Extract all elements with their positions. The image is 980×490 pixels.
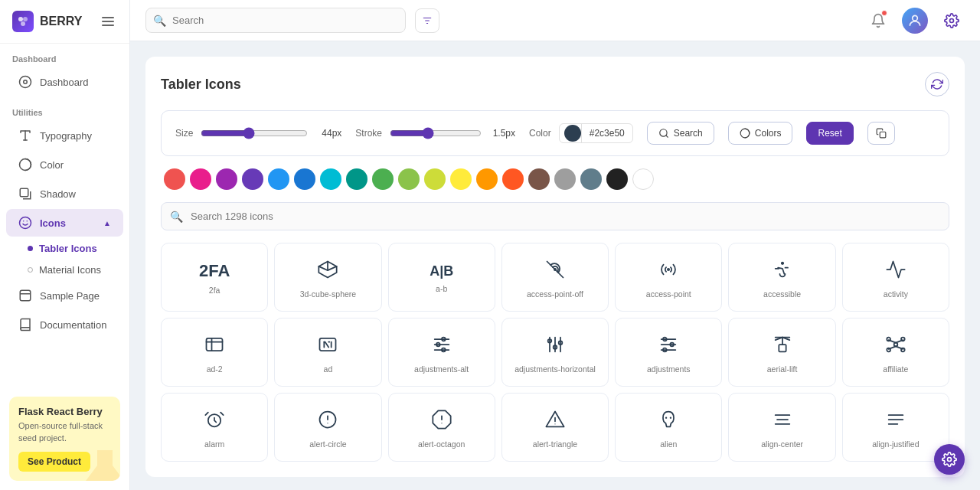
color-swatch-black[interactable] — [606, 168, 628, 190]
color-swatch-yellow[interactable] — [450, 168, 472, 190]
colors-button[interactable]: Colors — [728, 122, 793, 145]
color-swatch-cyan[interactable] — [320, 168, 341, 190]
icon-card-alert-circle[interactable]: alert-circle — [274, 393, 381, 462]
sidebar-subitem-tabler-icons[interactable]: Tabler Icons — [18, 238, 123, 259]
icon-card-adjustments-h[interactable]: adjustments-horizontal — [501, 318, 609, 387]
sidebar-item-sample-page[interactable]: Sample Page — [6, 282, 123, 309]
sidebar-item-color[interactable]: Color — [6, 151, 123, 178]
color-label: Color — [529, 128, 551, 139]
size-control: Size 44px — [175, 127, 341, 139]
color-swatch-green[interactable] — [372, 168, 394, 190]
color-swatch-grey[interactable] — [554, 168, 576, 190]
icon-2fa: 2FA — [199, 263, 230, 279]
svg-rect-12 — [20, 290, 31, 301]
svg-rect-44 — [779, 345, 786, 351]
color-swatch-purple[interactable] — [242, 168, 263, 190]
see-product-button[interactable]: See Product — [18, 452, 90, 472]
stroke-control: Stroke 1.5px — [355, 127, 515, 139]
icon-card-adjustments-alt[interactable]: adjustments-alt — [388, 318, 495, 387]
icon-card-aerial-lift[interactable]: aerial-lift — [728, 318, 835, 387]
tabler-icons-dot — [28, 246, 33, 251]
shadow-icon — [18, 187, 32, 201]
icon-label-access-point-off: access-point-off — [527, 289, 583, 299]
color-input-wrap: #2c3e50 — [559, 123, 633, 143]
reset-button[interactable]: Reset — [806, 122, 853, 145]
icon-ad-2 — [204, 334, 225, 358]
panel-refresh-button[interactable] — [925, 72, 949, 96]
color-preview-dot[interactable] — [564, 125, 581, 142]
icon-card-access-point[interactable]: access-point — [615, 243, 722, 312]
icon-align-justified — [885, 409, 906, 433]
copy-button[interactable] — [867, 122, 895, 145]
search-input[interactable] — [145, 8, 406, 33]
color-hex-value[interactable]: #2c3e50 — [581, 124, 632, 142]
icon-affiliate — [885, 334, 906, 358]
svg-line-19 — [665, 136, 668, 138]
sidebar-item-dashboard[interactable]: Dashboard — [6, 68, 123, 96]
icon-card-activity[interactable]: activity — [842, 243, 949, 312]
color-swatch-blue-light[interactable] — [268, 168, 289, 190]
svg-point-3 — [20, 77, 31, 88]
color-swatch-blue[interactable] — [294, 168, 315, 190]
icon-card-3d-cube[interactable]: 3d-cube-sphere — [274, 243, 381, 312]
icon-label-adjustments: adjustments — [647, 364, 691, 374]
color-swatch-blue-grey[interactable] — [580, 168, 602, 190]
sidebar-item-shadow[interactable]: Shadow — [6, 180, 123, 207]
icon-card-a-b[interactable]: A|B a-b — [388, 243, 495, 312]
icon-card-access-point-off[interactable]: access-point-off — [501, 243, 609, 312]
fab-settings-button[interactable] — [934, 444, 965, 475]
sidebar-subitem-material-icons[interactable]: Material Icons — [18, 260, 123, 280]
material-icons-dot — [28, 267, 33, 273]
search-box: 🔍 — [145, 8, 406, 33]
icon-card-align-justified[interactable]: align-justified — [842, 393, 949, 462]
icon-3d-cube — [317, 259, 338, 283]
icon-card-ad[interactable]: ad — [274, 318, 381, 387]
icon-card-adjustments[interactable]: adjustments — [615, 318, 722, 387]
size-slider[interactable] — [201, 127, 308, 139]
icon-card-2fa[interactable]: 2FA 2fa — [161, 243, 268, 312]
search-button[interactable]: Search — [647, 122, 714, 145]
icon-card-accessible[interactable]: accessible — [728, 243, 835, 312]
user-avatar[interactable] — [902, 8, 928, 34]
filter-button[interactable] — [415, 8, 439, 33]
icon-label-alert-triangle: alert-triangle — [533, 439, 577, 449]
icon-card-affiliate[interactable]: affiliate — [842, 318, 949, 387]
sidebar-item-typography[interactable]: Typography — [6, 122, 123, 149]
color-swatch-teal[interactable] — [346, 168, 368, 190]
icon-card-alarm[interactable]: alarm — [161, 393, 268, 462]
icon-card-ad-2[interactable]: ad-2 — [161, 318, 268, 387]
color-swatch-brown[interactable] — [528, 168, 550, 190]
color-swatch-red[interactable] — [164, 168, 185, 190]
sidebar-item-documentation[interactable]: Documentation — [6, 311, 123, 338]
color-swatch-deep-orange[interactable] — [502, 168, 524, 190]
stroke-slider[interactable] — [390, 127, 482, 139]
color-swatch-orange[interactable] — [476, 168, 498, 190]
color-swatch-lime-green[interactable] — [398, 168, 420, 190]
svg-point-64 — [670, 417, 671, 419]
icon-card-alert-octagon[interactable]: alert-octagon — [388, 393, 495, 462]
color-swatch-white[interactable] — [632, 168, 654, 190]
color-swatch-pink[interactable] — [190, 168, 211, 190]
icon-label-adjustments-alt: adjustments-alt — [414, 364, 469, 374]
color-swatch-lime[interactable] — [424, 168, 446, 190]
notification-bell[interactable] — [865, 8, 891, 34]
dashboard-section-label: Dashboard — [0, 44, 129, 67]
hamburger-button[interactable] — [99, 14, 117, 29]
icon-search-input[interactable] — [161, 202, 949, 230]
flask-decoration — [82, 443, 120, 481]
sidebar-item-icons[interactable]: Icons ▲ — [6, 209, 123, 237]
panel-header: Tabler Icons — [161, 72, 949, 96]
svg-point-2 — [21, 21, 25, 26]
icon-access-point — [658, 259, 679, 283]
size-label: Size — [175, 128, 193, 139]
settings-gear-icon[interactable] — [939, 8, 965, 34]
color-swatch-purple-m[interactable] — [216, 168, 237, 190]
sample-page-icon — [18, 289, 32, 302]
icon-card-alert-triangle[interactable]: alert-triangle — [501, 393, 609, 462]
documentation-icon — [18, 318, 32, 332]
svg-point-22 — [668, 269, 669, 270]
icon-card-align-center[interactable]: align-center — [728, 393, 835, 462]
icon-alert-triangle — [544, 409, 566, 433]
svg-line-52 — [889, 346, 896, 349]
icon-card-alien[interactable]: alien — [615, 393, 722, 462]
